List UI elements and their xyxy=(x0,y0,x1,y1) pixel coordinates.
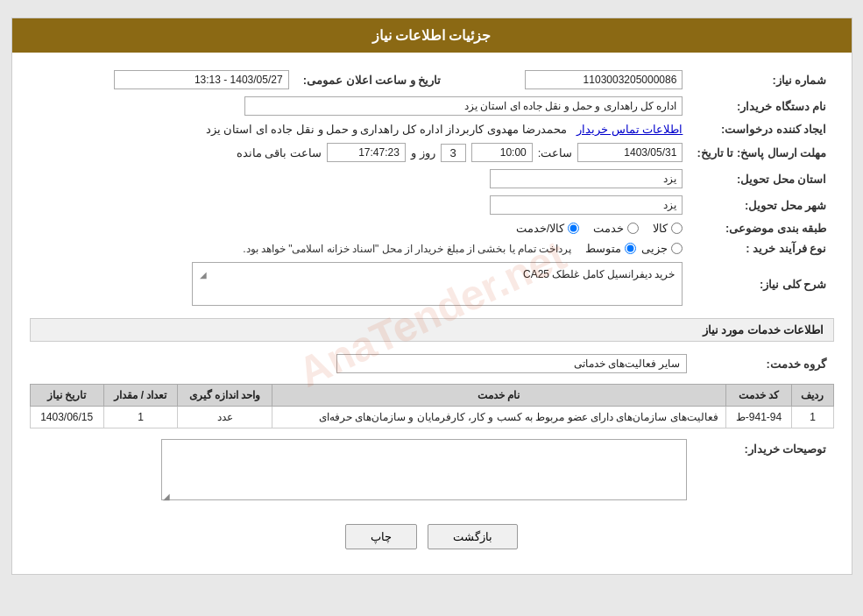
radio-jazii[interactable]: جزیی xyxy=(641,242,683,255)
radio-motavaset[interactable]: متوسط xyxy=(585,242,636,255)
deadline-remaining-label: ساعت باقی مانده xyxy=(237,146,322,159)
buyer-org-label: نام دستگاه خریدار: xyxy=(690,93,833,119)
category-value: کالا خدمت کالا/خدمت xyxy=(30,218,690,238)
service-info-title: اطلاعات خدمات مورد نیاز xyxy=(703,323,824,336)
service-group-display: سایر فعالیت‌های خدماتی xyxy=(336,354,687,373)
city-display: یزد xyxy=(490,195,683,215)
cell-name: فعالیت‌های سازمان‌های دارای عضو مربوط به… xyxy=(272,407,726,428)
need-desc-value: خرید دیفرانسیل کامل غلطک CA25 ◢ xyxy=(30,258,690,309)
resize-handle-icon: ◢ xyxy=(200,270,207,280)
col-date: تاریخ نیاز xyxy=(30,385,103,407)
service-group-value: سایر فعالیت‌های خدماتی xyxy=(30,350,694,377)
services-table: ردیف کد خدمت نام خدمت واحد اندازه گیری ت… xyxy=(30,384,834,428)
date-label: تاریخ و ساعت اعلان عمومی: xyxy=(296,67,449,93)
province-value: یزد xyxy=(30,166,690,192)
comments-table: توصیحات خریدار: ◢ xyxy=(30,435,834,506)
back-button[interactable]: بازگشت xyxy=(428,524,518,549)
need-number-value: 1103003205000086 xyxy=(448,67,690,93)
textarea-resize-icon: ◢ xyxy=(163,492,170,501)
content-area: AnaTender.net شماره نیاز: 11030032050000… xyxy=(12,53,852,574)
deadline-days-display: 3 xyxy=(441,144,466,162)
deadline-remaining-display: 17:47:23 xyxy=(327,143,406,162)
buyer-comments-label: توصیحات خریدار: xyxy=(694,435,834,506)
deadline-label: مهلت ارسال پاسخ: تا تاریخ: xyxy=(690,139,833,166)
buyer-org-display: اداره کل راهداری و حمل و نقل جاده ای است… xyxy=(244,96,683,116)
deadline-date-display: 1403/05/31 xyxy=(577,143,683,162)
province-display: یزد xyxy=(490,169,683,188)
col-name: نام خدمت xyxy=(272,385,726,407)
radio-motavaset-label: متوسط xyxy=(585,242,621,255)
cell-date: 1403/06/15 xyxy=(30,407,103,428)
radio-kala-input[interactable] xyxy=(671,223,683,234)
page-wrapper: جزئیات اطلاعات نیاز AnaTender.net شماره … xyxy=(11,18,852,575)
page-title: جزئیات اطلاعات نیاز xyxy=(372,28,492,43)
creator-value: اطلاعات تماس خریدار محمدرضا مهدوی کاربرد… xyxy=(30,119,690,139)
service-group-label: گروه خدمت: xyxy=(694,350,834,377)
creator-contact-link[interactable]: اطلاعات تماس خریدار xyxy=(577,123,683,136)
cell-quantity: 1 xyxy=(103,407,177,428)
need-desc-label: شرح کلی نیاز: xyxy=(690,258,833,309)
deadline-time-display: 10:00 xyxy=(471,143,533,162)
radio-jazii-label: جزیی xyxy=(641,242,668,255)
creator-display: محمدرضا مهدوی کاربرداز اداره کل راهداری … xyxy=(206,123,567,136)
radio-motavaset-input[interactable] xyxy=(625,243,636,254)
deadline-value: 1403/05/31 ساعت: 10:00 3 روز و 17:47:23 … xyxy=(30,139,690,166)
cell-code: 941-94-ط xyxy=(725,407,792,428)
radio-kala-khedmat-label: کالا/خدمت xyxy=(516,222,565,235)
cell-row: 1 xyxy=(792,407,833,428)
radio-khedmat-label: خدمت xyxy=(593,222,624,235)
buyer-comments-textarea[interactable] xyxy=(161,439,687,500)
date-display: 1403/05/27 - 13:13 xyxy=(114,70,289,89)
info-table: شماره نیاز: 1103003205000086 تاریخ و ساع… xyxy=(30,67,834,309)
table-row: 1 941-94-ط فعالیت‌های سازمان‌های دارای ع… xyxy=(30,407,833,428)
button-area: بازگشت چاپ xyxy=(30,513,834,560)
col-quantity: تعداد / مقدار xyxy=(103,385,177,407)
page-header: جزئیات اطلاعات نیاز xyxy=(12,18,852,53)
radio-jazii-input[interactable] xyxy=(671,243,683,254)
cell-unit: عدد xyxy=(178,407,272,428)
purchase-type-value: جزیی متوسط پرداخت تمام یا بخشی از مبلغ خ… xyxy=(30,238,690,258)
category-label: طبقه بندی موضوعی: xyxy=(690,218,833,238)
col-code: کد خدمت xyxy=(725,385,792,407)
col-row: ردیف xyxy=(792,385,833,407)
radio-kala-label: کالا xyxy=(653,222,668,235)
need-number-label: شماره نیاز: xyxy=(690,67,833,93)
service-info-header: اطلاعات خدمات مورد نیاز xyxy=(30,318,834,342)
date-value: 1403/05/27 - 13:13 xyxy=(30,67,296,93)
buyer-org-value: اداره کل راهداری و حمل و نقل جاده ای است… xyxy=(30,93,690,119)
purchase-note: پرداخت تمام یا بخشی از مبلغ خریدار از مح… xyxy=(243,243,571,255)
city-label: شهر محل تحویل: xyxy=(690,192,833,218)
creator-label: ایجاد کننده درخواست: xyxy=(690,119,833,139)
radio-kala-khedmat-input[interactable] xyxy=(568,223,579,234)
deadline-time-label: ساعت: xyxy=(538,146,573,159)
buyer-comments-value: ◢ xyxy=(30,435,694,506)
radio-khedmat-input[interactable] xyxy=(627,223,639,234)
purchase-type-label: نوع فرآیند خرید : xyxy=(690,238,833,258)
radio-kala-khedmat[interactable]: کالا/خدمت xyxy=(516,222,580,235)
need-number-display: 1103003205000086 xyxy=(525,70,683,89)
radio-khedmat[interactable]: خدمت xyxy=(593,222,639,235)
deadline-days-label: روز و xyxy=(411,146,435,159)
col-unit: واحد اندازه گیری xyxy=(178,385,272,407)
need-desc-display: خرید دیفرانسیل کامل غلطک CA25 xyxy=(523,268,675,280)
city-value: یزد xyxy=(30,192,690,218)
print-button[interactable]: چاپ xyxy=(345,524,417,549)
service-group-table: گروه خدمت: سایر فعالیت‌های خدماتی xyxy=(30,350,834,377)
radio-kala[interactable]: کالا xyxy=(653,222,683,235)
province-label: استان محل تحویل: xyxy=(690,166,833,192)
